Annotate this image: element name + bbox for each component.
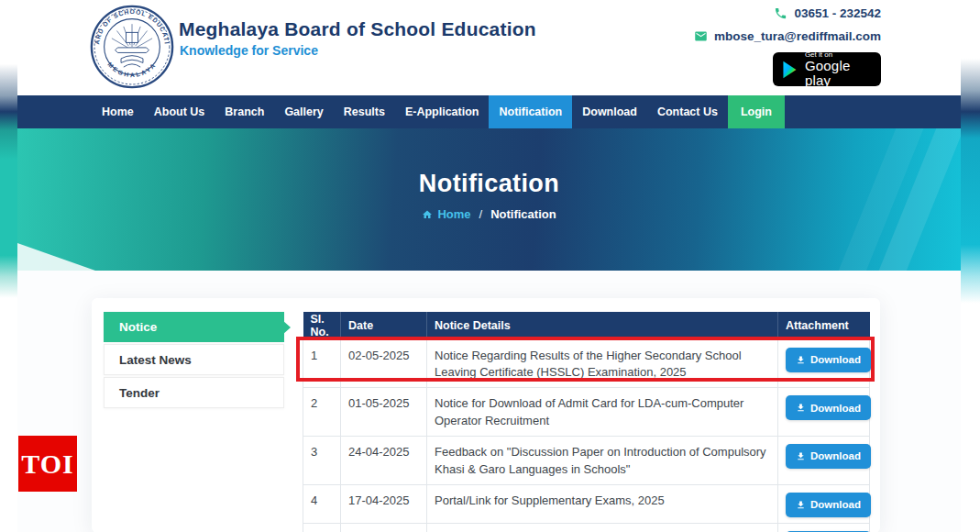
cell-attachment: Download <box>778 339 870 388</box>
page-title: Notification <box>17 170 961 198</box>
home-icon <box>422 209 433 220</box>
nav-item-e-application[interactable]: E-Application <box>395 95 490 128</box>
table-row: 3 24-04-2025 Feedback on "Discussion Pap… <box>303 436 870 484</box>
hero-banner: Notification Home / Notification <box>17 128 961 271</box>
sidebar-item-latest-news[interactable]: Latest News <box>104 344 284 375</box>
phone-number: 03651 - 232542 <box>794 6 881 20</box>
download-button[interactable]: Download <box>786 444 871 469</box>
download-icon <box>796 403 806 413</box>
download-button-label: Download <box>810 403 861 414</box>
download-icon <box>796 355 806 365</box>
col-header-sl-no: Sl. No. <box>303 312 341 339</box>
cell-attachment: Download <box>778 388 870 437</box>
cell-sl: 3 <box>303 436 341 484</box>
notices-table: Sl. No. Date Notice Details Attachment 1… <box>303 312 870 532</box>
main-nav: Home About Us Branch Gallery Results E-A… <box>17 95 961 128</box>
cell-date: 16-04-2025 <box>341 523 427 532</box>
download-button[interactable]: Download <box>786 493 871 517</box>
table-header-row: Sl. No. Date Notice Details Attachment <box>303 312 870 339</box>
email-contact[interactable]: mbose_tura@rediffmail.com <box>694 29 881 43</box>
table-row: 4 17-04-2025 Portal/Link for Supplementa… <box>303 484 870 523</box>
google-play-text: Get it on Google play <box>805 51 872 88</box>
sidebar-item-label: Notice <box>119 320 157 334</box>
cell-sl: 5 <box>303 523 341 532</box>
nav-item-branch[interactable]: Branch <box>215 95 274 128</box>
col-header-notice-details: Notice Details <box>427 312 778 339</box>
toi-watermark: TOI <box>18 436 77 492</box>
download-button-label: Download <box>810 450 861 461</box>
page: BOARD OF SCHOOL EDUCATION MEGHALAYA <box>0 0 980 532</box>
site: BOARD OF SCHOOL EDUCATION MEGHALAYA <box>17 0 961 532</box>
active-arrow-icon <box>282 320 291 335</box>
cell-date: 24-04-2025 <box>341 436 427 484</box>
google-play-icon <box>782 60 798 80</box>
sidebar: Notice Latest News Tender <box>104 312 284 410</box>
download-button-label: Download <box>810 354 861 365</box>
left-edge-decoration <box>0 0 17 532</box>
cell-date: 17-04-2025 <box>341 484 427 523</box>
nav-item-notification[interactable]: Notification <box>489 95 572 128</box>
nav-item-download[interactable]: Download <box>572 95 647 128</box>
cell-attachment: Download <box>778 436 870 484</box>
phone-contact: 03651 - 232542 <box>774 6 881 20</box>
phone-icon <box>774 6 787 20</box>
table-row: 1 02-05-2025 Notice Regarding Results of… <box>303 339 870 388</box>
download-icon <box>796 500 806 510</box>
nav-item-results[interactable]: Results <box>334 95 395 128</box>
google-play-badge[interactable]: Get it on Google play <box>773 52 881 86</box>
cell-details: Feedback on "Discussion Paper on Introdu… <box>427 436 778 484</box>
col-header-attachment: Attachment <box>778 312 870 339</box>
notices-table-container: Sl. No. Date Notice Details Attachment 1… <box>303 312 869 532</box>
cell-attachment: Download <box>778 484 870 523</box>
col-header-date: Date <box>341 312 427 339</box>
breadcrumb-home-label: Home <box>437 207 470 221</box>
cell-date: 01-05-2025 <box>341 388 427 437</box>
google-play-line2: Google play <box>805 59 872 88</box>
table-row: 2 01-05-2025 Notice for Download of Admi… <box>303 388 870 437</box>
cell-sl: 1 <box>303 339 341 388</box>
download-icon <box>796 451 806 461</box>
table-row: 5 16-04-2025 REVISED FEE STRUCTURE FOR S… <box>303 523 870 532</box>
breadcrumb-separator: / <box>479 207 483 221</box>
site-tagline: Knowledge for Service <box>180 43 318 58</box>
breadcrumb: Home / Notification <box>17 207 961 221</box>
cell-attachment: Download <box>778 523 870 532</box>
nav-item-home[interactable]: Home <box>92 95 144 128</box>
sidebar-item-tender[interactable]: Tender <box>104 377 284 408</box>
breadcrumb-current: Notification <box>490 207 556 221</box>
cell-sl: 4 <box>303 484 341 523</box>
cell-details: Notice Regarding Results of the Higher S… <box>427 339 778 388</box>
nav-item-about-us[interactable]: About Us <box>144 95 215 128</box>
download-button[interactable]: Download <box>786 395 871 420</box>
cell-date: 02-05-2025 <box>341 339 427 388</box>
breadcrumb-home-link[interactable]: Home <box>422 207 470 221</box>
nav-item-contact-us[interactable]: Contact Us <box>647 95 728 128</box>
nav-item-login[interactable]: Login <box>728 95 785 128</box>
site-title: Meghalaya Board of School Education <box>179 18 536 40</box>
nav-item-gallery[interactable]: Gallery <box>274 95 333 128</box>
email-address: mbose_tura@rediffmail.com <box>714 29 881 43</box>
right-edge-decoration <box>961 0 980 532</box>
envelope-icon <box>694 29 708 43</box>
board-seal-icon: BOARD OF SCHOOL EDUCATION MEGHALAYA <box>90 4 174 90</box>
hero-decoration <box>17 243 95 271</box>
sidebar-item-notice[interactable]: Notice <box>104 312 284 342</box>
sidebar-item-label: Tender <box>119 386 160 400</box>
sidebar-item-label: Latest News <box>119 353 192 367</box>
cell-details: REVISED FEE STRUCTURE FOR SSLC SUPPLEMEN… <box>427 523 778 532</box>
header: BOARD OF SCHOOL EDUCATION MEGHALAYA <box>17 0 961 95</box>
download-button[interactable]: Download <box>786 348 871 372</box>
download-button-label: Download <box>810 499 861 510</box>
cell-details: Portal/Link for Supplementary Exams, 202… <box>427 484 778 523</box>
cell-details: Notice for Download of Admit Card for LD… <box>427 388 778 437</box>
cell-sl: 2 <box>303 388 341 437</box>
board-logo[interactable]: BOARD OF SCHOOL EDUCATION MEGHALAYA <box>90 4 174 90</box>
